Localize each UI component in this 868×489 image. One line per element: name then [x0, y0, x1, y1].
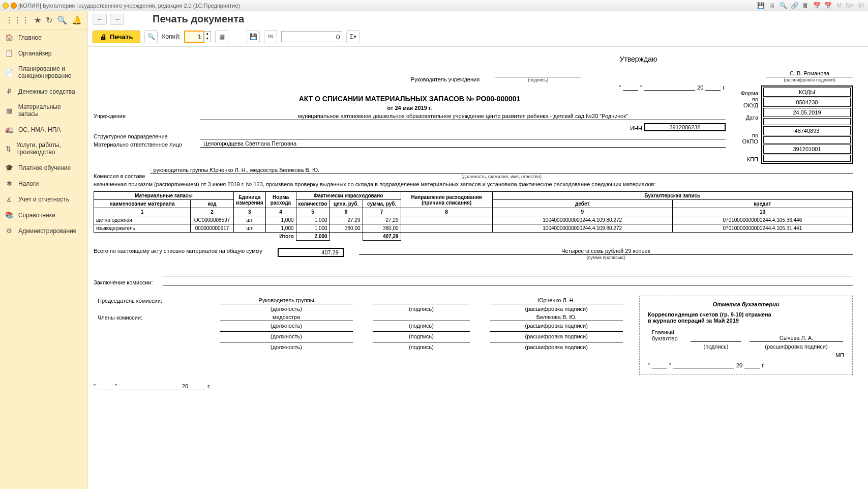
struct-label: Структурное подразделение	[94, 133, 195, 139]
table-row: щетка одежнаяОС0000008597шт1,0001,00027,…	[94, 216, 853, 224]
comm-names: руководитель группы Юрченко Л. Н., медсе…	[150, 167, 853, 174]
app-icon-2	[10, 2, 17, 9]
total-row: Итого2,000407,29	[94, 233, 853, 241]
tb-print-icon[interactable]: 🖨	[767, 2, 776, 10]
sidebar-item[interactable]: 📋Органайзер	[0, 45, 87, 61]
sidebar-icon: 🚛	[5, 126, 13, 133]
spin-down-icon[interactable]: ▼	[203, 37, 211, 42]
act-date: от 24 мая 2019 г.	[94, 105, 726, 111]
sidebar-icon: 🎓	[5, 164, 13, 171]
org-name: муниципальное автономное дошкольное обра…	[200, 113, 726, 120]
menu-grid-icon[interactable]: ⋮⋮⋮	[5, 15, 29, 25]
sidebar-item[interactable]: ₽Денежные средства	[0, 83, 87, 99]
sidebar-icon: 🏠	[5, 34, 13, 41]
concl-label: Заключение комиссии:	[94, 279, 153, 285]
app-title: [КОПИЯ] Бухгалтерия государственного учр…	[18, 3, 240, 9]
sidebar-icon: ₽	[5, 88, 13, 95]
sidebar-icon: 📄	[5, 69, 13, 76]
sidebar-icon: 📋	[5, 49, 13, 57]
spin-up-icon[interactable]: ▲	[203, 32, 211, 37]
total-words: Четыреста семь рублей 29 копеек	[359, 248, 853, 255]
head-name: С. В. Романова	[766, 70, 853, 77]
table-settings-button[interactable]: ▦	[215, 30, 228, 43]
tb-m[interactable]: M	[834, 2, 844, 10]
number-input[interactable]	[281, 31, 342, 42]
copies-input[interactable]	[185, 32, 203, 42]
total-value: 407,29	[278, 248, 344, 257]
sidebar-item[interactable]: 📄Планирование и санкционирование	[0, 61, 87, 83]
sidebar: ⋮⋮⋮ ★ ↻ 🔍 🔔 🏠Главное📋Органайзер📄Планиров…	[0, 11, 87, 489]
sidebar-item[interactable]: ∡Учет и отчетность	[0, 191, 87, 207]
org-label: Учреждение	[94, 113, 195, 119]
act-title: АКТ О СПИСАНИИ МАТЕРИАЛЬНЫХ ЗАПАСОВ № РО…	[94, 95, 726, 103]
sidebar-icon: 📚	[5, 211, 13, 219]
sidebar-item[interactable]: 🏠Главное	[0, 30, 87, 45]
tb-search-icon[interactable]: 🔍	[779, 2, 788, 10]
sidebar-icon: ▦	[5, 107, 13, 114]
sidebar-icon: ✱	[5, 180, 13, 187]
sidebar-item[interactable]: 📚Справочники	[0, 207, 87, 223]
sidebar-icon: ∡	[5, 195, 13, 203]
approve-label: Утверждаю	[424, 55, 853, 63]
titlebar: [КОПИЯ] Бухгалтерия государственного учр…	[0, 0, 868, 11]
copies-label: Копий:	[162, 33, 181, 40]
copies-stepper[interactable]: ▲▼	[185, 31, 211, 42]
printer-icon: 🖨	[100, 33, 107, 41]
tb-calc-icon[interactable]: 🖩	[801, 2, 810, 10]
head-label: Руководитель учреждения	[411, 76, 480, 82]
mol-name: Целогородцева Светлана Петровна	[200, 140, 726, 148]
star-icon[interactable]: ★	[34, 15, 41, 25]
comm-label: Комиссия в составе	[94, 173, 145, 179]
data-table: Материальные запасыЕдиница измеренияНорм…	[94, 191, 853, 241]
document-body: Утверждаю Руководитель учреждения (подпи…	[87, 47, 868, 406]
tb-mminus[interactable]: M	[857, 2, 866, 10]
sidebar-item[interactable]: 🎓Платное обучение	[0, 160, 87, 176]
bell-icon[interactable]: 🔔	[72, 15, 82, 25]
codes-table: КОДЫ 0504230 24.05.2019 48740893 3912010…	[761, 85, 853, 164]
sidebar-item[interactable]: ✱Налоги	[0, 176, 87, 191]
back-button[interactable]: ←	[93, 14, 107, 25]
history-icon[interactable]: ↻	[46, 15, 52, 25]
total-label: Всего по настоящему акту списано материа…	[94, 248, 262, 254]
sidebar-icon: ⚙	[5, 227, 13, 235]
sidebar-item[interactable]: ⇅Услуги, работы, производство	[0, 137, 87, 160]
sidebar-item[interactable]: ⚙Администрирование	[0, 223, 87, 239]
sigma-button[interactable]: Σ▾	[346, 30, 360, 43]
accounting-note: Отметка бухгалтерии Корреспонденция счет…	[639, 296, 853, 375]
table-row: языкодержатель000000000917шт1,0001,00038…	[94, 224, 853, 233]
mail-button[interactable]: ✉	[264, 30, 277, 43]
tb-save-icon[interactable]: 💾	[756, 2, 765, 10]
head-sign-line	[495, 70, 581, 77]
app-icon-1	[2, 2, 9, 9]
search-icon[interactable]: 🔍	[57, 15, 67, 25]
order-text: назначенная приказом (распоряжением) от …	[94, 181, 853, 187]
sidebar-item[interactable]: 🚛ОС, НМА, НПА	[0, 122, 87, 137]
main-area: ← → Печать документа 🖨Печать 🔍 Копий: ▲▼…	[87, 11, 868, 489]
page-title: Печать документа	[153, 13, 244, 25]
mol-label: Материально ответственное лицо	[94, 141, 195, 148]
tb-link-icon[interactable]: 🔗	[790, 2, 799, 10]
sidebar-icon: ⇅	[5, 145, 11, 153]
inn-value: 3912006238	[644, 123, 726, 131]
forward-button[interactable]: →	[110, 14, 124, 25]
print-button[interactable]: 🖨Печать	[93, 31, 140, 43]
sidebar-item[interactable]: ▦Материальные запасы	[0, 99, 87, 122]
tb-mplus[interactable]: M+	[846, 2, 855, 10]
preview-button[interactable]: 🔍	[144, 30, 158, 43]
save-button[interactable]: 💾	[247, 30, 260, 43]
tb-cal-icon[interactable]: 📅	[812, 2, 821, 10]
tb-cal2-icon[interactable]: 📅	[823, 2, 832, 10]
